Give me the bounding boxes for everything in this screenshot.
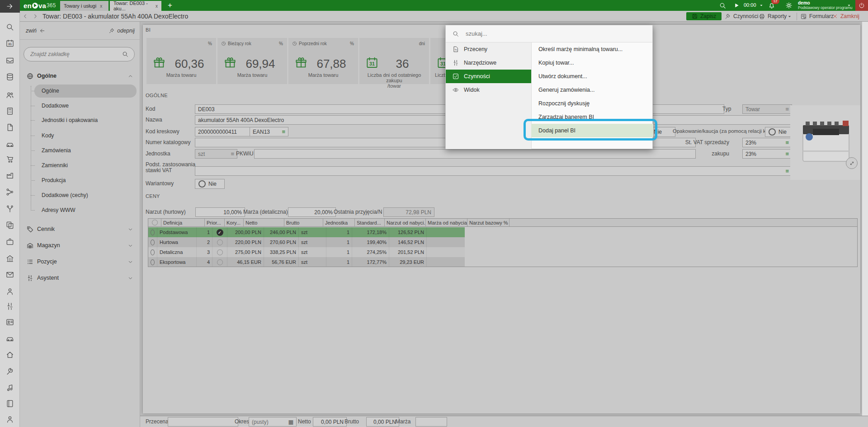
menu-item-rozpocznij-dyskusje[interactable]: Rozpocznij dyskusję [531,97,653,110]
price-table-header[interactable]: Definicja Prior... Kory... Netto Brutto … [148,218,858,227]
service-wrench-icon[interactable] [5,367,14,376]
bi-card-marza-biezacy-rok[interactable]: Bieżący rok % 69,94 Marża towaru [217,38,287,84]
radio-icon[interactable] [151,239,155,245]
table-row-hurtowa[interactable]: Hurtowa 2 220,00 PLN 270,60 PLN szt 1 19… [148,237,465,247]
opakowanie-radio-nie[interactable]: Nie [765,127,793,137]
user-info[interactable]: demo Podstawowy operator programu [798,0,852,10]
menu-item-generuj-zamowienia[interactable]: Generuj zamówienia... [531,83,653,97]
radio-icon[interactable] [151,249,155,255]
new-tab-button[interactable]: + [165,0,175,11]
unchecked-icon[interactable] [217,249,223,255]
timer-caret-icon[interactable] [759,3,764,8]
vertical-scrollbar[interactable] [862,22,868,427]
table-row-eksportowa[interactable]: Eksportowa 4 46,15 EUR 56,76 EUR szt 1 1… [148,257,465,267]
col-standard[interactable]: Standard... [355,219,385,226]
reports-caret-icon[interactable] [787,14,793,19]
bank-icon[interactable] [5,254,14,263]
expand-image-button[interactable] [846,157,858,169]
arrow-left-icon[interactable] [39,28,45,34]
tab-close-icon[interactable]: x [156,4,158,9]
id-card-icon[interactable] [5,318,14,327]
narzut-hurtowy-field[interactable]: 10,00% [195,207,245,217]
col-jednostka[interactable]: Jednostka [323,219,355,226]
pin-icon[interactable] [108,28,115,34]
brutto-field[interactable]: 0,00 PLN [366,417,399,427]
col-brutto[interactable]: Brutto [284,219,323,226]
form-button[interactable]: Formularz [800,12,834,20]
collapse-menu-button[interactable] [0,0,20,13]
radio-icon[interactable] [151,259,155,265]
menu-search[interactable] [446,25,652,42]
tab-towar-de003[interactable]: Towar: DE003 - aku... x [110,1,161,11]
person-icon[interactable] [5,415,14,424]
copy-icon[interactable] [5,221,14,230]
sidebar-group-magazyn[interactable]: Magazyn [26,240,134,251]
col-narzut-bazowy[interactable]: Narzut bazowy % [467,219,509,226]
sidebar-search-input[interactable] [29,51,122,58]
bi-card-marza-towaru[interactable]: % 60,36 Marża towaru [146,38,216,84]
col-netto[interactable]: Netto [244,219,284,226]
list-icon[interactable]: ≡ [785,168,789,174]
sidebar-group-pozycje[interactable]: Pozycje [26,256,134,267]
logout-power-button[interactable] [855,0,868,11]
calculator-icon[interactable] [5,107,14,116]
col-definicja[interactable]: Definicja [161,219,205,226]
podst-zastosowania-field[interactable]: ≡ [195,166,792,176]
calendar-icon[interactable] [5,39,14,48]
sidebar-item-ogolne[interactable]: Ogólne [42,86,59,96]
forward-button[interactable] [31,12,40,21]
user-caret-icon[interactable] [846,3,852,8]
briefcase-icon[interactable] [5,237,14,246]
sidebar-item-kody[interactable]: Kody [42,131,54,141]
notebook-icon[interactable] [5,399,14,408]
sidebar-item-dodatkowe-cechy[interactable]: Dodatkowe (cechy) [42,190,88,200]
list-icon[interactable]: ≡ [785,106,789,112]
inbox-icon[interactable] [5,56,14,65]
typ-select[interactable]: Towar≡ [742,104,792,114]
notifications-bell-icon[interactable]: 12 [768,1,776,9]
close-button[interactable]: Zamknij [832,12,859,20]
okres-field[interactable]: (pusty)▦ [249,417,297,427]
sidebar-search[interactable] [24,47,135,61]
music-icon[interactable] [5,383,14,392]
vat-sprzedazy-select[interactable]: 23%≡ [742,138,792,147]
table-row-podstawowa[interactable]: Podstawowa 1 ✓ 200,00 PLN 246,00 PLN szt… [148,227,465,237]
przecena-field[interactable] [168,417,238,427]
ean-select[interactable]: EAN13≡ [250,127,288,136]
menu-search-input[interactable] [465,30,646,38]
people-icon[interactable] [5,90,14,99]
tab-close-icon[interactable]: x [100,4,102,9]
jednostka-select[interactable]: szt≡ [195,149,237,159]
menu-category-przeceny[interactable]: Przeceny [446,42,531,56]
sidebar-group-ogolne[interactable]: Ogólne [26,70,134,81]
sidebar-group-asystent[interactable]: Asystent [26,272,134,283]
calendar-picker-icon[interactable]: ▦ [288,419,293,425]
global-search-icon[interactable] [719,2,726,9]
actions-button[interactable]: Czynności [724,12,758,20]
magnifier-icon[interactable] [5,23,14,32]
sidebar-item-zamienniki[interactable]: Zamienniki [42,160,68,170]
mail-icon[interactable] [5,270,14,279]
table-row-detaliczna[interactable]: Detaliczna 3 275,00 PLN 338,25 PLN szt 1… [148,247,465,257]
list-icon[interactable]: ≡ [785,140,789,145]
col-korygowana[interactable]: Kory... [225,219,244,226]
split-icon[interactable] [5,204,14,213]
vehicle-icon[interactable] [5,333,14,343]
unpin-button[interactable]: odepnij [117,28,135,34]
database-icon[interactable] [5,72,14,81]
sidebar-item-dodatkowe[interactable]: Dodatkowe [42,101,69,111]
reports-button[interactable]: Raporty [759,12,787,20]
back-button[interactable] [21,12,30,21]
home-icon[interactable] [5,350,14,359]
list-icon[interactable]: ≡ [231,151,234,157]
car-icon[interactable] [5,139,14,148]
menu-category-widok[interactable]: Widok [446,83,531,97]
marza-detaliczna-field[interactable]: 20,00% [288,207,336,217]
bi-card-dni-od-zakupu[interactable]: dni 36 Liczba dni od ostatniego zakupu/t… [359,38,429,84]
menu-item-kopiuj-towar[interactable]: Kopiuj towar... [531,56,653,70]
settings-gear-icon[interactable] [785,1,793,9]
workflow-icon[interactable] [5,188,14,197]
checked-icon[interactable]: ✓ [217,229,223,236]
start-icon[interactable] [733,2,740,9]
menu-category-czynnosci[interactable]: Czynności [446,70,531,83]
